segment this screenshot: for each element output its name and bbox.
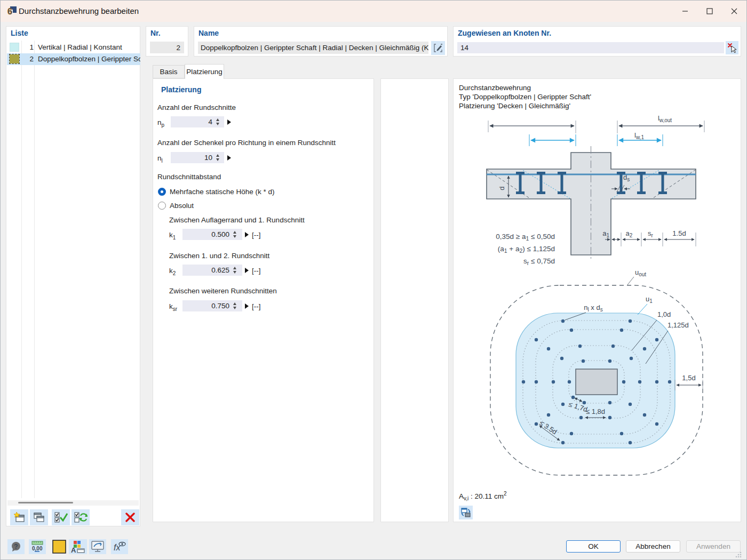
rounds-detail-button[interactable] [227,119,231,125]
select-all-button[interactable] [52,509,70,525]
monitor-icon [91,540,105,553]
legs-spinner[interactable] [216,152,371,163]
ok-label: OK [588,542,599,550]
rendering-button[interactable] [89,539,106,554]
close-icon [731,8,737,14]
title-bar: 6 Durchstanzbewehrung bearbeiten [1,1,746,22]
name-field[interactable]: Doppelkopfbolzen | Gerippter Schaft | Ra… [198,42,428,54]
assigned-nodes-field[interactable]: 14 [457,42,724,53]
maximize-icon [706,8,713,14]
list-grid-line [34,41,35,498]
spin-down-icon[interactable] [233,235,236,238]
new-item-button[interactable] [10,509,28,525]
rounds-spinner[interactable] [216,116,371,127]
form-heading: Platzierung [161,85,201,94]
assigned-panel: Zugewiesen an Knoten Nr. 14 [453,26,741,57]
apply-label: Anwenden [696,542,730,550]
list-item-2-selected[interactable]: 2 Doppelkopfbolzen | Gerippter Scha [7,53,140,65]
fx-eye-icon: fx [113,540,126,553]
horizontal-scrollbar[interactable] [7,500,139,506]
pick-clear-icon [727,43,737,53]
list-item-1[interactable]: 1 Vertikal | Radial | Konstant [7,42,140,53]
ok-button[interactable]: OK [566,540,621,553]
ksr-label: Zwischen weiteren Rundschnitten [169,287,277,295]
display-properties-button[interactable]: A [69,539,87,554]
list-item-number: 1 [23,43,34,51]
ring-1-0d-label: 1,0d [657,310,671,318]
units-settings-button[interactable]: 0,00 [29,539,46,554]
cross-section-diagram: lw,out lw,1 [454,110,742,268]
spin-down-icon[interactable] [216,158,219,161]
radio-multiple-height-label[interactable]: Mehrfache statische Höhe (k * d) [170,188,275,196]
spin-up-icon[interactable] [233,231,236,234]
legs-label: Anzahl der Schenkel pro Richtung in eine… [157,139,336,147]
maximize-button[interactable] [697,1,722,22]
resize-grip[interactable] [735,551,742,558]
copy-item-button[interactable] [30,509,48,525]
spin-up-icon[interactable] [216,154,219,157]
formula-visibility-button[interactable]: fx [111,539,128,554]
nl-x-ds-label: nl x ds [584,303,602,313]
k2-detail-button[interactable] [245,268,249,273]
spin-down-icon[interactable] [233,271,236,274]
k1-detail-button[interactable] [245,232,249,237]
spin-down-icon[interactable] [216,123,219,125]
list-panel: Liste 1 Vertikal | Radial | Konstant 2 D… [6,26,140,526]
radio-absolute-label[interactable]: Absolut [170,202,194,210]
help-button[interactable]: ? [7,539,25,554]
k2-symbol: k2 [169,267,176,276]
tab-basis-label: Basis [160,68,177,76]
close-button[interactable] [722,1,746,22]
invert-selection-button[interactable] [71,509,90,525]
units-text: 0,00 [32,546,43,551]
d-label: d [498,186,506,190]
spin-down-icon[interactable] [233,307,236,309]
nr-label: Nr. [150,29,161,37]
plan-diagram: uout u1 nl x ds [454,268,742,489]
cancel-label: Abbrechen [635,542,670,550]
list-item-number: 2 [23,55,34,63]
delete-item-button[interactable] [121,509,139,525]
k1-unit: [--] [252,231,261,239]
tab-basis[interactable]: Basis [153,65,185,78]
minimize-icon [682,8,688,14]
ksr-detail-button[interactable] [245,303,249,309]
spin-up-icon[interactable] [216,118,219,121]
delete-icon [125,513,135,522]
preview-type-line: Typ 'Doppelkopfbolzen | Gerippter Schaft… [459,92,591,101]
spin-up-icon[interactable] [233,302,236,305]
tab-platzierung[interactable]: Platzierung [185,64,224,79]
area-result: Av,i : 20.11 cm2 [459,491,507,501]
scrollbar-thumb[interactable] [18,502,73,503]
lw-1-label: lw,1 [634,131,644,140]
color-settings-button[interactable] [51,539,67,554]
k1-label: Zwischen Auflagerrand und 1. Rundschnitt [169,216,305,224]
name-panel: Name Doppelkopfbolzen | Gerippter Schaft… [194,26,448,57]
placement-form-panel: Platzierung Anzahl der Rundschnitte np 4… [153,78,374,522]
preview-header: Durchstanzbewehrung Typ 'Doppelkopfbolze… [459,83,591,110]
minimize-button[interactable] [673,1,697,22]
preview-placement-line: Platzierung 'Decken | Gleichmäßig' [459,101,591,110]
dim-1-5d-label: 1.5d [672,229,686,237]
select-nodes-button[interactable] [726,41,738,54]
assigned-label: Zugewiesen an Knoten Nr. [458,29,551,37]
color-chip [10,43,19,52]
spin-up-icon[interactable] [233,267,236,269]
a2-dim-label: a2 [626,229,633,238]
display-properties-icon: A [70,540,85,553]
edit-name-button[interactable] [431,41,445,55]
formula-a1-a2: (a1 + a2) ≤ 1,125d [498,245,555,254]
swap-view-button[interactable] [459,506,473,519]
radio-multiple-height[interactable] [158,188,166,196]
app-icon: 6 [6,5,17,17]
ring-1-125d-label: 1,125d [667,321,689,329]
formula-sr: sr ≤ 0,75d [523,257,555,266]
u1-label: u1 [646,295,653,304]
cancel-button[interactable]: Abbrechen [626,540,680,553]
legs-detail-button[interactable] [227,155,231,161]
legs-symbol: nl [157,154,163,164]
formula-a1: 0,35d ≥ a1 ≤ 0,50d [496,233,555,242]
radio-absolute[interactable] [158,202,166,210]
rounds-symbol: np [157,118,164,128]
k1-symbol: k1 [169,231,176,241]
